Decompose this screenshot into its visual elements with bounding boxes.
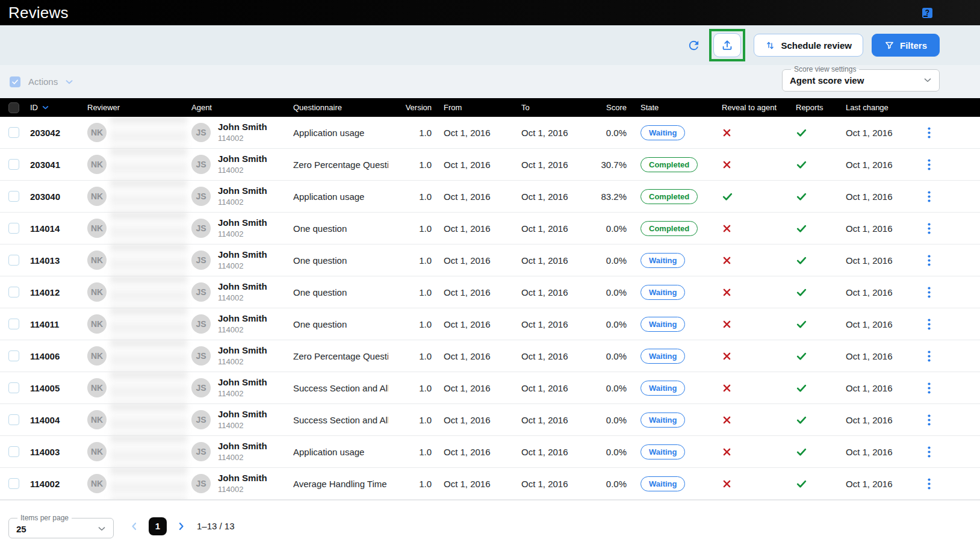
state-badge: Completed [640, 157, 698, 172]
row-checkbox[interactable] [8, 478, 19, 489]
questionnaire-name: Success Section and All [293, 415, 388, 425]
table-row[interactable]: 114002 NK JS John Smith 114002 Average H… [0, 468, 980, 500]
cross-icon [722, 223, 732, 234]
row-checkbox[interactable] [8, 127, 19, 138]
column-header-last-change[interactable]: Last change [831, 103, 910, 112]
table-row[interactable]: 114003 NK JS John Smith 114002 Applicati… [0, 436, 980, 468]
row-menu-button[interactable] [928, 350, 931, 362]
to-date: Oct 1, 2016 [521, 319, 568, 329]
row-menu-button[interactable] [928, 382, 931, 394]
version-value: 1.0 [419, 160, 432, 170]
select-all-checkbox[interactable] [10, 76, 20, 87]
score-view-select[interactable]: Score view settings Agent score view [782, 65, 940, 92]
toolbar: Schedule review Filters [0, 25, 980, 65]
review-id: 114012 [30, 287, 60, 297]
row-checkbox[interactable] [8, 159, 19, 170]
schedule-review-button[interactable]: Schedule review [754, 34, 863, 57]
from-date: Oct 1, 2016 [444, 383, 491, 393]
cross-icon [722, 415, 732, 425]
score-value: 0.0% [606, 351, 627, 361]
questionnaire-name: Application usage [293, 128, 364, 138]
row-checkbox[interactable] [8, 350, 19, 361]
table-row[interactable]: 114006 NK JS John Smith 114002 Zero Perc… [0, 340, 980, 372]
items-per-page-select[interactable]: Items per page 25 [8, 514, 114, 538]
row-menu-button[interactable] [928, 159, 931, 170]
questionnaire-name: Success Section and All [293, 383, 388, 393]
score-value: 0.0% [606, 383, 627, 393]
column-header-version[interactable]: Version [394, 103, 433, 112]
row-checkbox[interactable] [8, 191, 19, 202]
row-menu-button[interactable] [928, 127, 931, 139]
kebab-menu-icon [928, 414, 931, 426]
items-per-page-label: Items per page [17, 514, 72, 522]
agent-avatar: JS [191, 314, 211, 334]
column-header-to[interactable]: To [516, 103, 594, 112]
agent-avatar: JS [191, 378, 211, 397]
from-date: Oct 1, 2016 [444, 160, 491, 170]
row-checkbox[interactable] [8, 446, 19, 457]
state-badge: Waiting [640, 125, 685, 140]
items-per-page-value: 25 [16, 524, 26, 534]
cross-icon [722, 351, 732, 361]
table-row[interactable]: 203041 NK JS John Smith 114002 Zero Perc… [0, 149, 980, 181]
score-value: 83.2% [601, 191, 627, 202]
agent-avatar: JS [191, 251, 211, 270]
column-header-state[interactable]: State [627, 103, 711, 112]
column-header-from[interactable]: From [433, 103, 516, 112]
to-date: Oct 1, 2016 [521, 287, 568, 297]
version-value: 1.0 [419, 287, 432, 297]
refresh-button[interactable] [687, 39, 701, 52]
previous-page-button[interactable] [128, 520, 140, 532]
row-menu-button[interactable] [928, 287, 931, 298]
row-menu-button[interactable] [928, 191, 931, 202]
column-header-agent[interactable]: Agent [191, 103, 293, 112]
row-menu-button[interactable] [928, 255, 931, 266]
review-id: 203040 [30, 191, 60, 202]
from-date: Oct 1, 2016 [444, 319, 491, 329]
reviewer-avatar: NK [87, 123, 107, 142]
table-row[interactable]: 114011 NK JS John Smith 114002 One quest… [0, 308, 980, 340]
row-checkbox[interactable] [8, 255, 19, 266]
row-menu-button[interactable] [928, 223, 931, 234]
agent-id: 114002 [218, 293, 267, 303]
column-header-id[interactable]: ID [30, 103, 85, 112]
table-row[interactable]: 203042 NK JS John Smith 114002 Applicati… [0, 117, 980, 149]
row-checkbox[interactable] [8, 223, 19, 234]
row-checkbox[interactable] [8, 382, 19, 393]
row-menu-button[interactable] [928, 446, 931, 458]
chevron-down-icon [96, 523, 107, 534]
column-header-questionnaire[interactable]: Questionnaire [293, 103, 394, 112]
reviewer-avatar: NK [87, 187, 107, 206]
column-header-reviewer[interactable]: Reviewer [85, 103, 191, 112]
state-badge: Waiting [640, 444, 685, 459]
row-checkbox[interactable] [8, 319, 19, 329]
row-checkbox[interactable] [8, 287, 19, 297]
export-button[interactable] [713, 33, 741, 57]
last-change-date: Oct 1, 2016 [846, 255, 893, 266]
agent-avatar: JS [191, 155, 211, 174]
next-page-button[interactable] [175, 520, 187, 532]
reviewer-avatar: NK [87, 314, 107, 334]
row-checkbox[interactable] [8, 414, 19, 425]
table-row[interactable]: 203040 NK JS John Smith 114002 Applicati… [0, 181, 980, 213]
table-row[interactable]: 114013 NK JS John Smith 114002 One quest… [0, 244, 980, 276]
table-row[interactable]: 114005 NK JS John Smith 114002 Success S… [0, 372, 980, 404]
help-icon[interactable]: ? [922, 8, 932, 18]
column-header-reports[interactable]: Reports [783, 103, 831, 112]
table-row[interactable]: 114004 NK JS John Smith 114002 Success S… [0, 404, 980, 436]
table-row[interactable]: 114014 NK JS John Smith 114002 One quest… [0, 213, 980, 244]
check-icon [796, 382, 807, 394]
row-menu-button[interactable] [928, 414, 931, 426]
column-header-score[interactable]: Score [594, 103, 627, 112]
row-menu-button[interactable] [928, 319, 931, 330]
column-header-reveal-to-agent[interactable]: Reveal to agent [711, 103, 783, 112]
table-row[interactable]: 114012 NK JS John Smith 114002 One quest… [0, 276, 980, 308]
filters-button[interactable]: Filters [872, 34, 940, 57]
chevron-down-icon [922, 75, 933, 86]
filter-icon [884, 40, 895, 51]
header-select-all-checkbox[interactable] [8, 102, 19, 113]
agent-name: John Smith [218, 345, 267, 357]
actions-chevron-down-icon[interactable] [64, 76, 75, 87]
row-menu-button[interactable] [928, 478, 931, 490]
page-number-button[interactable]: 1 [149, 517, 167, 535]
